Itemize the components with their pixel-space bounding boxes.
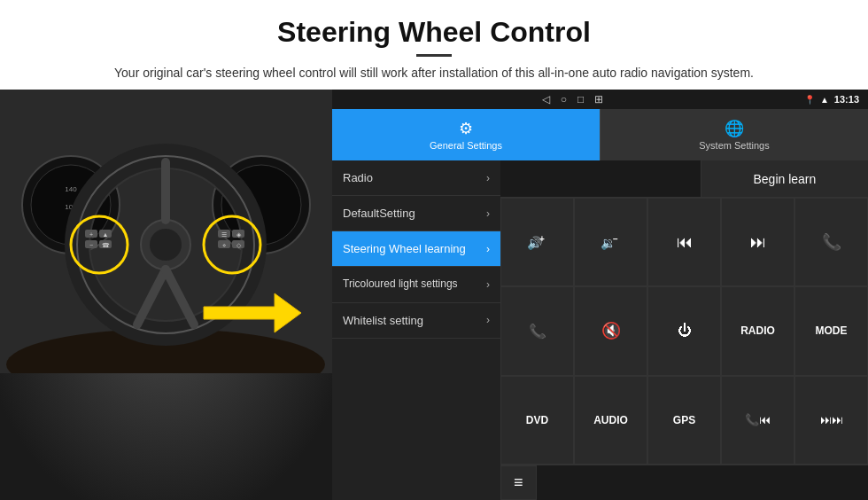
- menu-controls-area: Radio › DefaultSetting › Steering Wheel …: [332, 160, 868, 500]
- menu-item-defaultsetting[interactable]: DefaultSetting ›: [332, 196, 500, 231]
- back-nav-icon[interactable]: ◁: [542, 93, 550, 105]
- gear-icon: ⚙: [459, 119, 473, 138]
- menu-item-radio[interactable]: Radio ›: [332, 160, 500, 196]
- svg-text:⋄: ⋄: [222, 242, 226, 248]
- menu-item-tricoloured[interactable]: Tricoloured light settings ›: [332, 267, 500, 303]
- menu-defaultsetting-label: DefaultSetting: [343, 207, 415, 220]
- power-button[interactable]: ⏻: [647, 286, 721, 375]
- svg-text:☎: ☎: [102, 242, 110, 248]
- controls-grid-row2: 📞 🔇 ⏻ RADIO MODE: [500, 286, 868, 375]
- svg-text:−: −: [613, 234, 618, 244]
- next-track-button[interactable]: ⏭: [721, 198, 794, 286]
- recents-nav-icon[interactable]: □: [577, 93, 584, 105]
- svg-text:−: −: [89, 242, 93, 248]
- menu-list: Radio › DefaultSetting › Steering Wheel …: [332, 160, 500, 500]
- begin-learn-button[interactable]: Begin learn: [701, 160, 868, 197]
- menu-item-steering-wheel-learning[interactable]: Steering Wheel learning ›: [332, 231, 500, 267]
- menu-whitelist-label: Whitelist setting: [343, 314, 423, 327]
- vol-up-button[interactable]: 🔊 +: [500, 198, 574, 286]
- controls-area: Begin learn 🔊 + 🔉: [500, 160, 868, 500]
- svg-text:140: 140: [65, 185, 77, 193]
- controls-top-row: Begin learn: [500, 160, 868, 198]
- radio-button[interactable]: RADIO: [721, 286, 794, 375]
- content-area: 140 100: [0, 90, 868, 500]
- empty-input-box: [500, 160, 701, 197]
- controls-grid-row3: DVD AUDIO GPS 📞⏮ ⏭⏭: [500, 376, 868, 465]
- status-bar: ◁ ○ □ ⊞ 📍 ▲ 13:13: [332, 90, 868, 109]
- prev-track-button[interactable]: ⏮: [647, 198, 721, 286]
- vol-up-icon: 🔊 +: [527, 233, 548, 251]
- phone-button[interactable]: 📞: [794, 198, 868, 286]
- header-section: Steering Wheel Control Your original car…: [0, 0, 868, 90]
- list-icon-button[interactable]: ≡: [500, 465, 537, 500]
- tab-system-label: System Settings: [699, 140, 769, 151]
- home-nav-icon[interactable]: ○: [561, 93, 567, 105]
- audio-button[interactable]: AUDIO: [574, 376, 647, 465]
- page: Steering Wheel Control Your original car…: [0, 0, 868, 500]
- steering-wheel-image: 140 100: [0, 90, 332, 373]
- menu-nav-icon[interactable]: ⊞: [594, 93, 603, 105]
- nav-icons: ◁ ○ □ ⊞: [341, 93, 804, 105]
- right-panel: ◁ ○ □ ⊞ 📍 ▲ 13:13 ⚙ General Settings: [332, 90, 868, 500]
- menu-radio-label: Radio: [343, 171, 373, 184]
- extra-icon-row: ≡: [500, 465, 868, 500]
- vol-down-icon: 🔉 −: [601, 233, 622, 251]
- phone-prev-button[interactable]: 📞⏮: [721, 376, 794, 465]
- svg-point-13: [150, 229, 182, 261]
- svg-text:▲: ▲: [103, 231, 109, 238]
- tab-general-label: General Settings: [430, 140, 502, 151]
- vol-down-button[interactable]: 🔉 −: [574, 198, 647, 286]
- title-divider: [416, 54, 452, 57]
- chevron-right-icon: ›: [486, 314, 490, 326]
- left-panel: 140 100: [0, 90, 332, 500]
- controls-grid-row1: 🔊 + 🔉 − ⏮ ⏭ 📞: [500, 198, 868, 286]
- time-display: 13:13: [834, 94, 859, 105]
- menu-tricoloured-label: Tricoloured light settings: [343, 277, 458, 292]
- gps-button[interactable]: GPS: [647, 376, 721, 465]
- mode-button[interactable]: MODE: [794, 286, 868, 375]
- page-title: Steering Wheel Control: [53, 16, 815, 49]
- skip-combo-button[interactable]: ⏭⏭: [794, 376, 868, 465]
- tab-system-settings[interactable]: 🌐 System Settings: [600, 109, 868, 160]
- dvd-button[interactable]: DVD: [500, 376, 574, 465]
- svg-text:+: +: [539, 234, 545, 244]
- mute-button[interactable]: 🔇: [574, 286, 647, 375]
- chevron-right-icon: ›: [486, 172, 490, 184]
- chevron-right-icon: ›: [486, 243, 490, 255]
- menu-steering-label: Steering Wheel learning: [343, 242, 466, 255]
- menu-item-whitelist[interactable]: Whitelist setting ›: [332, 303, 500, 339]
- status-indicators: 📍 ▲ 13:13: [804, 94, 859, 105]
- svg-text:☰: ☰: [221, 231, 227, 238]
- settings-tabs: ⚙ General Settings 🌐 System Settings: [332, 109, 868, 160]
- subtitle-text: Your original car's steering wheel contr…: [53, 64, 815, 82]
- signal-icon: ▲: [820, 95, 829, 105]
- chevron-right-icon: ›: [486, 278, 490, 291]
- location-icon: 📍: [804, 95, 815, 105]
- car-image: 140 100: [0, 90, 332, 500]
- answer-call-button[interactable]: 📞: [500, 286, 574, 375]
- tab-general-settings[interactable]: ⚙ General Settings: [332, 109, 600, 160]
- globe-icon: 🌐: [725, 119, 744, 138]
- chevron-right-icon: ›: [486, 207, 490, 220]
- svg-text:+: +: [89, 231, 93, 238]
